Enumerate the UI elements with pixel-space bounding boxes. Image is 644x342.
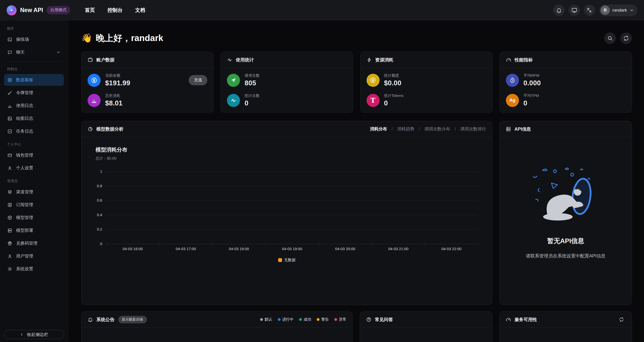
y-tick: 0	[100, 242, 102, 246]
topup-button[interactable]: 充值	[189, 75, 207, 85]
latest-count-badge: 显示最新20条	[118, 316, 147, 323]
nav-docs[interactable]: 文档	[135, 7, 145, 14]
bell-icon	[88, 317, 93, 322]
x-tick-label: 04-03 17:00	[159, 247, 212, 251]
stat-value: 805	[245, 79, 260, 87]
resource-consumption-card: 资源消耗 统计额度 $0.00 T 统计T	[360, 52, 493, 113]
user-menu[interactable]: R randark	[599, 5, 637, 16]
empty-state-title: 暂无API信息	[547, 237, 584, 245]
chart-subtitle: 总计：$0.00	[96, 156, 478, 161]
card-title: 性能指标	[515, 57, 533, 63]
pie-chart-icon	[88, 126, 93, 132]
legend-swatch	[278, 258, 282, 262]
collapse-sidebar-button[interactable]: 收起侧边栏	[4, 330, 64, 339]
sidebar-item-model-deploy[interactable]: 模型部署	[4, 224, 64, 236]
empty-state-hint: 请联系管理员在系统设置中配置API信息	[526, 253, 606, 259]
refresh-icon	[623, 35, 629, 41]
status-dot	[278, 318, 280, 321]
tab-consumption-distribution[interactable]: 消耗分布	[370, 126, 387, 132]
navbar-actions: R randark	[553, 5, 637, 16]
sidebar-item-drawing-logs[interactable]: 绘图日志	[4, 112, 64, 124]
sidebar-item-usage-logs[interactable]: 使用日志	[4, 100, 64, 111]
tab-call-count-ranking[interactable]: 调用次数排行	[460, 126, 486, 132]
account-data-card: 账户数据 当前余额 $191.99 充值	[81, 52, 214, 113]
y-tick: 0.2	[97, 227, 102, 231]
stat-label: 平均TPM	[524, 93, 539, 98]
announcement-legend: 默认 进行中 成功 警告	[260, 317, 346, 322]
layers-icon	[7, 189, 12, 195]
x-tick-label: 04-03 21:00	[372, 247, 425, 251]
chart-tabs: 消耗分布 / 消耗趋势 / 调用次数分布 / 调用次数排行	[370, 126, 486, 132]
chart-legend[interactable]: 无数据	[96, 258, 478, 262]
stat-value: $8.01	[105, 99, 123, 107]
sidebar-item-system-settings[interactable]: 系统设置	[4, 263, 64, 275]
sidebar-item-dashboard[interactable]: 数据看板	[4, 74, 64, 86]
tab-call-count-distribution[interactable]: 调用次数分布	[425, 126, 450, 132]
dashboard-grid-icon	[7, 78, 12, 83]
tab-consumption-trend[interactable]: 消耗趋势	[397, 126, 414, 132]
stopwatch-icon	[506, 74, 519, 87]
legend-item-default: 默认	[260, 317, 272, 322]
section-label-personal: 个人中心	[7, 142, 61, 147]
ag-icon: Ag	[506, 94, 519, 107]
empty-state-illustration	[528, 164, 603, 223]
language-button[interactable]	[584, 5, 595, 16]
x-tick-label: 04-03 20:00	[319, 247, 372, 251]
performance-metrics-card: 性能指标 平均RPM 0.000 Ag 平	[500, 52, 632, 113]
refresh-button[interactable]	[620, 32, 632, 44]
bell-icon	[556, 7, 562, 13]
main-content: 👋 晚上好，randark 账户数据	[68, 20, 644, 342]
sidebar-divider	[5, 62, 63, 62]
stat-value: 0	[524, 99, 539, 107]
x-tick-label: 04-03 22:00	[425, 247, 478, 251]
stat-row: Ag 平均TPM 0	[506, 93, 626, 107]
question-circle-icon	[366, 317, 372, 322]
sidebar-item-users[interactable]: 用户管理	[4, 250, 64, 262]
announcements-card: 系统公告 显示最新20条 默认 进行中 成功	[81, 311, 353, 342]
stat-value: $0.00	[384, 79, 401, 87]
search-button[interactable]	[604, 32, 616, 44]
status-dot	[334, 318, 337, 321]
sidebar-item-channels[interactable]: 渠道管理	[4, 186, 64, 198]
sidebar-item-wallet[interactable]: 钱包管理	[4, 149, 64, 161]
app-logo-icon[interactable]: ✦	[7, 5, 17, 15]
sidebar-item-task-logs[interactable]: 任务日志	[4, 125, 64, 137]
display-mode-button[interactable]	[569, 5, 580, 16]
legend-item-success: 成功	[299, 317, 311, 322]
gift-icon	[7, 241, 12, 246]
availability-refresh-button[interactable]	[617, 315, 626, 324]
activity-icon	[227, 57, 232, 63]
card-title: 使用统计	[236, 57, 254, 63]
notifications-button[interactable]	[553, 5, 565, 16]
legend-label: 无数据	[284, 258, 296, 262]
card-title: 账户数据	[96, 57, 114, 63]
sidebar-item-models[interactable]: 模型管理	[4, 212, 64, 223]
lightning-icon	[367, 57, 372, 63]
stat-value: $191.99	[105, 79, 130, 87]
calendar-clock-icon	[7, 202, 12, 207]
bar-chart-icon	[7, 103, 12, 108]
nav-home[interactable]: 首页	[85, 7, 95, 14]
x-tick-label: 04-03 16:00	[106, 247, 159, 251]
stat-value: 0.000	[524, 79, 541, 87]
sidebar-item-subscriptions[interactable]: 订阅管理	[4, 199, 64, 211]
chat-bubble-icon	[7, 50, 12, 55]
legend-item-warning: 警告	[317, 317, 329, 322]
search-icon	[607, 35, 613, 41]
sidebar-item-redeem-codes[interactable]: 兑换码管理	[4, 237, 64, 249]
x-axis-labels: 04-03 16:00 04-03 17:00 04-03 18:00 04-0…	[106, 247, 478, 251]
chart-title: 模型消耗分布	[96, 146, 478, 153]
sidebar-item-personal-settings[interactable]: 个人设置	[4, 162, 64, 174]
stat-label: 统计Tokens	[384, 93, 404, 98]
top-nav: 首页 控制台 文档	[85, 7, 145, 14]
sidebar-item-chat[interactable]: 聊天	[4, 46, 64, 58]
gauge-icon	[506, 317, 511, 322]
cube-icon	[7, 215, 12, 220]
chevron-down-icon	[629, 8, 634, 13]
translate-icon	[587, 7, 593, 13]
chart-plot: 1 0.8 0.6 0.4 0.2 0	[106, 171, 478, 244]
sidebar-item-playground[interactable]: 操练场	[4, 33, 64, 45]
gauge-icon	[506, 57, 511, 63]
nav-console[interactable]: 控制台	[107, 7, 123, 14]
sidebar-item-tokens[interactable]: 令牌管理	[4, 87, 64, 99]
